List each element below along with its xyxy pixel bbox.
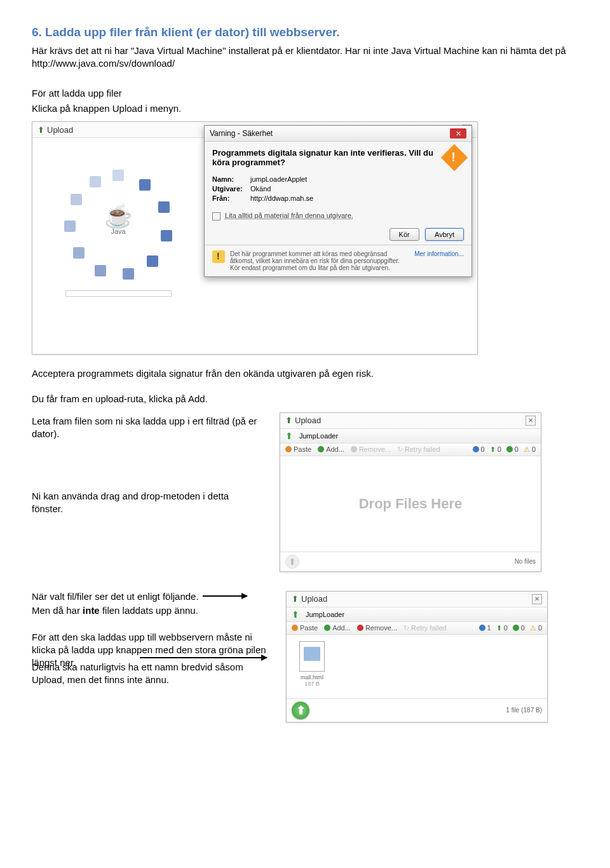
publisher-label: Utgivare:: [212, 185, 250, 193]
status-ok: 0: [513, 624, 525, 632]
progress-bar: [65, 290, 172, 297]
status-up: ⬆0: [496, 624, 508, 632]
status-pending: 1: [479, 624, 491, 632]
find-file-paragraph: Leta fram filen som ni ska ladda upp i e…: [32, 415, 261, 441]
paste-button[interactable]: Paste: [292, 624, 318, 632]
file-size: 187 B: [293, 681, 331, 687]
drop-area[interactable]: Drop Files Here: [280, 456, 541, 552]
status-up: ⬆0: [490, 445, 501, 454]
name-label: Namn:: [212, 175, 250, 183]
upload-icon: ⬆: [292, 594, 299, 604]
accept-paragraph: Acceptera programmets digitala signatur …: [32, 367, 578, 380]
file-area[interactable]: mall.html 187 B: [287, 635, 547, 698]
upload-start-button-disabled: ⬆: [285, 555, 299, 569]
remove-icon: [357, 625, 363, 631]
more-info-link[interactable]: Mer information...: [414, 250, 464, 257]
remove-button[interactable]: Remove...: [357, 624, 397, 632]
java-cup-icon: ☕: [96, 205, 140, 227]
status-warn: ⚠0: [524, 445, 536, 454]
intro-paragraph-1: Här krävs det att ni har "Java Virtual M…: [32, 44, 578, 71]
jumploader-name: JumpLoader: [299, 432, 338, 440]
add-paragraph: Du får fram en upload-ruta, klicka på Ad…: [32, 393, 578, 405]
close-icon[interactable]: ✕: [525, 416, 536, 426]
paste-button[interactable]: Paste: [285, 445, 311, 453]
jumploader-window-with-file: ⬆ Upload ✕ ⬆ JumpLoader Paste Add... Rem…: [286, 591, 548, 722]
publisher-value: Okänd: [250, 185, 271, 193]
jumploader-arrow-icon: ⬆: [285, 431, 293, 441]
run-button[interactable]: Kör: [390, 228, 419, 241]
add-icon: [318, 446, 324, 452]
paste-icon: [285, 446, 292, 452]
always-trust-checkbox-row[interactable]: Lita alltid på material från denna utgiv…: [212, 212, 464, 220]
upload-dialog: ⬆ Upload ✕ ☕ Java Varning - Säkerh: [32, 121, 478, 355]
status-warn: ⚠0: [530, 624, 542, 632]
name-value: jumpLoaderApplet: [250, 175, 307, 183]
upload-start-button[interactable]: ⬆: [292, 702, 309, 719]
security-close-button[interactable]: ✕: [450, 128, 466, 139]
warning-icon: [441, 144, 468, 171]
security-warning-dialog: Varning - Säkerhet ✕ Programmets digital…: [204, 125, 472, 277]
retry-button[interactable]: ↻Retry failed: [397, 445, 440, 454]
when-selected-paragraph: När valt fil/filer ser det ut enligt föl…: [32, 591, 199, 602]
upload-icon: ⬆: [37, 125, 44, 135]
remove-icon: [351, 446, 357, 452]
arrow-to-green-button: [140, 657, 267, 658]
java-logo: ☕ Java: [96, 205, 140, 235]
jumploader-arrow-icon: ⬆: [292, 609, 299, 620]
status-ok: 0: [506, 445, 518, 454]
security-dialog-title: Varning - Säkerhet: [210, 129, 273, 138]
file-name: mall.html: [293, 674, 331, 681]
java-logo-caption: Java: [96, 227, 140, 235]
not-uploaded-paragraph: Men då har inte filen laddats upp ännu.: [32, 604, 267, 617]
upload-dialog-title: Upload: [47, 125, 73, 135]
cancel-button[interactable]: Avbryt: [425, 228, 464, 241]
jumploader-window-empty: ⬆ Upload ✕ ⬆ JumpLoader Paste Add... Rem…: [280, 412, 541, 572]
remove-button[interactable]: Remove...: [351, 445, 391, 453]
paste-icon: [292, 625, 298, 631]
section-heading: 6. Ladda upp filer från klient (er dator…: [32, 25, 578, 39]
status-text: No files: [515, 558, 536, 565]
from-value: http://ddwap.mah.se: [250, 194, 313, 202]
warning-small-icon: [212, 250, 225, 263]
retry-button[interactable]: ↻Retry failed: [403, 624, 447, 632]
retry-icon: ↻: [403, 624, 409, 632]
security-headline: Programmets digitala signatur kan inte v…: [212, 148, 438, 167]
file-thumbnail-icon: [299, 641, 325, 672]
upload-icon: ⬆: [285, 416, 292, 425]
intro-paragraph-2: För att ladda upp filer: [32, 87, 578, 100]
drag-drop-paragraph: Ni kan använda drag and drop-metoden i d…: [32, 490, 261, 516]
close-icon[interactable]: ✕: [532, 594, 542, 604]
upload-naming-paragraph: Denna ska naturligtvis ha ett namn bredv…: [32, 661, 267, 687]
file-item[interactable]: mall.html 187 B: [293, 641, 331, 692]
add-icon: [324, 625, 330, 631]
intro-paragraph-3: Klicka på knappen Upload i menyn.: [32, 102, 578, 115]
jumploader-name: JumpLoader: [306, 611, 344, 618]
security-footnote: Det här programmet kommer att köras med …: [230, 250, 409, 271]
always-trust-label: Lita alltid på material från denna utgiv…: [225, 212, 353, 219]
status-pending: 0: [473, 445, 485, 454]
from-label: Från:: [212, 194, 250, 202]
checkbox-icon[interactable]: [212, 212, 220, 220]
add-button[interactable]: Add...: [318, 445, 344, 453]
upload-title: Upload: [295, 416, 321, 425]
status-text: 1 file (187 B): [506, 707, 542, 714]
upload-title: Upload: [301, 594, 327, 604]
retry-icon: ↻: [397, 445, 403, 454]
add-button[interactable]: Add...: [324, 624, 351, 632]
arrow-to-file: [203, 595, 247, 597]
